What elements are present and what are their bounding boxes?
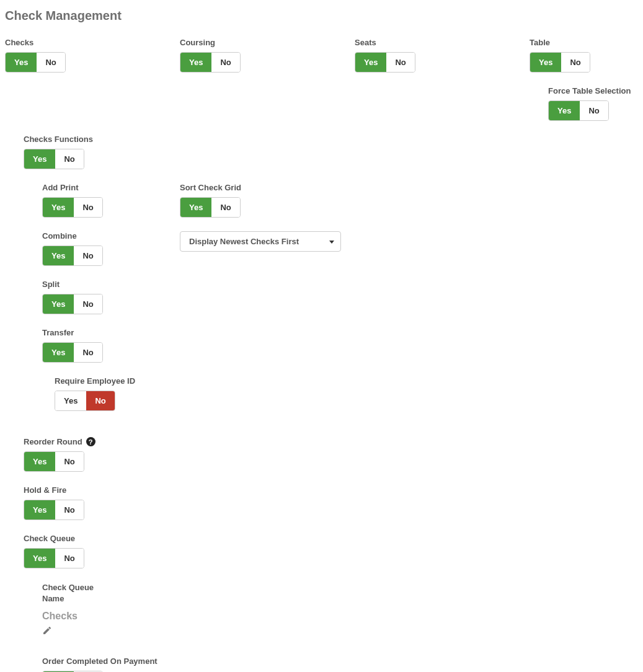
transfer-yes-button[interactable]: Yes: [43, 343, 74, 362]
checks-functions-no-button[interactable]: No: [55, 149, 83, 169]
split-yes-button[interactable]: Yes: [43, 294, 74, 314]
table-no-button[interactable]: No: [561, 53, 589, 72]
check-queue-no-button[interactable]: No: [55, 549, 83, 568]
transfer-label: Transfer: [42, 328, 638, 337]
check-queue-name-value: Checks: [42, 611, 638, 622]
table-toggle[interactable]: Yes No: [530, 52, 590, 73]
sort-check-grid-label: Sort Check Grid: [180, 183, 355, 192]
sort-order-selected: Display Newest Checks First: [189, 237, 299, 246]
add-print-yes-button[interactable]: Yes: [43, 198, 74, 217]
sort-check-grid-yes-button[interactable]: Yes: [180, 198, 211, 217]
require-employee-id-label: Require Employee ID: [55, 376, 638, 386]
coursing-label: Coursing: [180, 38, 355, 47]
checks-yes-button[interactable]: Yes: [6, 53, 37, 72]
sort-order-select[interactable]: Display Newest Checks First: [180, 231, 341, 252]
pencil-icon[interactable]: [42, 626, 52, 635]
coursing-yes-button[interactable]: Yes: [180, 53, 211, 72]
check-queue-label: Check Queue: [24, 534, 638, 543]
help-icon[interactable]: ?: [86, 437, 95, 446]
force-table-selection-label: Force Table Selection: [548, 86, 635, 95]
sort-check-grid-no-button[interactable]: No: [211, 198, 239, 217]
seats-label: Seats: [355, 38, 530, 47]
force-table-selection-toggle[interactable]: Yes No: [548, 100, 609, 121]
order-completed-on-payment-label: Order Completed On Payment: [42, 657, 638, 666]
table-label: Table: [530, 38, 635, 47]
check-queue-yes-button[interactable]: Yes: [24, 549, 55, 568]
reorder-round-no-button[interactable]: No: [55, 452, 83, 471]
add-print-no-button[interactable]: No: [74, 198, 102, 217]
add-print-label: Add Print: [42, 183, 180, 192]
reorder-round-yes-button[interactable]: Yes: [24, 452, 55, 471]
combine-toggle[interactable]: Yes No: [42, 245, 103, 266]
split-label: Split: [42, 280, 638, 289]
reorder-round-label-text: Reorder Round: [24, 437, 82, 446]
coursing-toggle[interactable]: Yes No: [180, 52, 241, 73]
combine-label: Combine: [42, 231, 180, 241]
hold-fire-yes-button[interactable]: Yes: [24, 500, 55, 519]
add-print-toggle[interactable]: Yes No: [42, 197, 103, 218]
checks-label: Checks: [5, 38, 180, 47]
check-queue-name-label: Check Queue Name: [42, 582, 117, 604]
checks-no-button[interactable]: No: [37, 53, 64, 72]
hold-fire-toggle[interactable]: Yes No: [24, 500, 84, 520]
seats-yes-button[interactable]: Yes: [355, 53, 386, 72]
table-yes-button[interactable]: Yes: [530, 53, 561, 72]
checks-functions-yes-button[interactable]: Yes: [24, 149, 55, 169]
seats-no-button[interactable]: No: [386, 53, 414, 72]
transfer-no-button[interactable]: No: [74, 343, 102, 362]
checks-toggle[interactable]: Yes No: [5, 52, 66, 73]
hold-fire-no-button[interactable]: No: [55, 500, 83, 519]
coursing-no-button[interactable]: No: [211, 53, 239, 72]
split-no-button[interactable]: No: [74, 294, 102, 314]
force-table-selection-no-button[interactable]: No: [580, 101, 608, 120]
checks-functions-label: Checks Functions: [24, 135, 638, 144]
check-queue-toggle[interactable]: Yes No: [24, 548, 84, 568]
sort-check-grid-toggle[interactable]: Yes No: [180, 197, 241, 218]
page-title: Check Management: [5, 9, 638, 23]
split-toggle[interactable]: Yes No: [42, 294, 103, 314]
reorder-round-toggle[interactable]: Yes No: [24, 451, 84, 472]
reorder-round-label: Reorder Round ?: [24, 437, 638, 446]
require-employee-id-yes-button[interactable]: Yes: [55, 391, 86, 410]
seats-toggle[interactable]: Yes No: [355, 52, 415, 73]
combine-yes-button[interactable]: Yes: [43, 246, 74, 265]
force-table-selection-yes-button[interactable]: Yes: [549, 101, 580, 120]
hold-fire-label: Hold & Fire: [24, 485, 638, 495]
transfer-toggle[interactable]: Yes No: [42, 342, 103, 363]
require-employee-id-no-button[interactable]: No: [86, 391, 114, 410]
require-employee-id-toggle[interactable]: Yes No: [55, 391, 115, 411]
checks-functions-toggle[interactable]: Yes No: [24, 149, 84, 169]
combine-no-button[interactable]: No: [74, 246, 102, 265]
